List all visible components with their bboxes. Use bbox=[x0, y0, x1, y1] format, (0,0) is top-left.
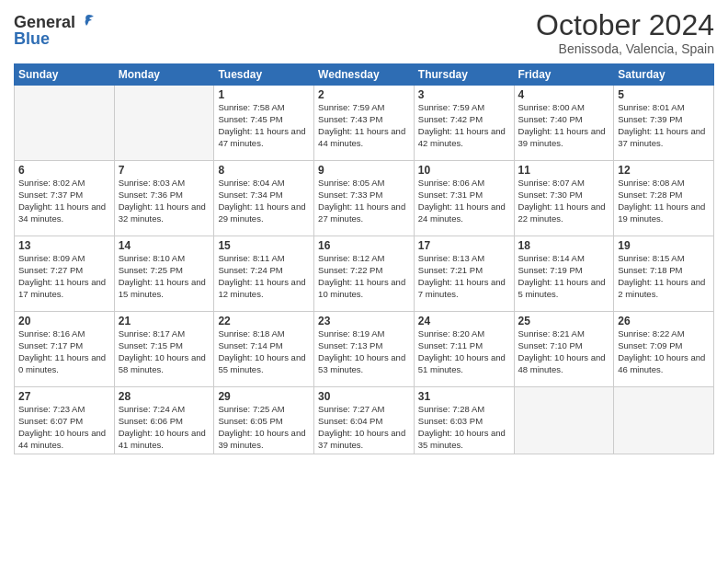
day-number: 20 bbox=[18, 315, 110, 327]
calendar-header-row: SundayMondayTuesdayWednesdayThursdayFrid… bbox=[15, 64, 714, 86]
day-number: 7 bbox=[119, 164, 210, 177]
day-number: 26 bbox=[618, 315, 710, 327]
calendar-week-row: 1Sunrise: 7:58 AM Sunset: 7:45 PM Daylig… bbox=[15, 86, 714, 161]
day-info: Sunrise: 8:12 AM Sunset: 7:22 PM Dayligh… bbox=[318, 253, 410, 300]
calendar-day-cell: 19Sunrise: 8:15 AM Sunset: 7:18 PM Dayli… bbox=[614, 236, 714, 312]
day-number: 31 bbox=[418, 390, 510, 403]
calendar-day-cell: 10Sunrise: 8:06 AM Sunset: 7:31 PM Dayli… bbox=[414, 161, 514, 236]
day-info: Sunrise: 8:04 AM Sunset: 7:34 PM Dayligh… bbox=[218, 178, 310, 224]
calendar-day-cell: 9Sunrise: 8:05 AM Sunset: 7:33 PM Daylig… bbox=[314, 161, 415, 236]
day-info: Sunrise: 8:11 AM Sunset: 7:24 PM Dayligh… bbox=[218, 253, 310, 300]
day-of-week-header: Wednesday bbox=[314, 64, 415, 86]
calendar-day-cell: 16Sunrise: 8:12 AM Sunset: 7:22 PM Dayli… bbox=[314, 236, 415, 312]
day-info: Sunrise: 8:01 AM Sunset: 7:39 PM Dayligh… bbox=[618, 102, 710, 149]
day-of-week-header: Monday bbox=[114, 64, 214, 86]
day-info: Sunrise: 7:25 AM Sunset: 6:05 PM Dayligh… bbox=[218, 404, 310, 451]
calendar-week-row: 27Sunrise: 7:23 AM Sunset: 6:07 PM Dayli… bbox=[15, 387, 714, 454]
day-info: Sunrise: 8:16 AM Sunset: 7:17 PM Dayligh… bbox=[18, 328, 110, 375]
calendar-day-cell: 1Sunrise: 7:58 AM Sunset: 7:45 PM Daylig… bbox=[214, 86, 314, 161]
day-number: 24 bbox=[418, 315, 510, 327]
calendar-day-cell: 26Sunrise: 8:22 AM Sunset: 7:09 PM Dayli… bbox=[614, 312, 714, 387]
calendar-day-cell bbox=[514, 387, 614, 454]
day-number: 10 bbox=[418, 164, 510, 177]
day-info: Sunrise: 7:59 AM Sunset: 7:42 PM Dayligh… bbox=[418, 102, 510, 149]
calendar-day-cell: 13Sunrise: 8:09 AM Sunset: 7:27 PM Dayli… bbox=[15, 236, 115, 312]
calendar-day-cell: 22Sunrise: 8:18 AM Sunset: 7:14 PM Dayli… bbox=[214, 312, 314, 387]
calendar-day-cell: 3Sunrise: 7:59 AM Sunset: 7:42 PM Daylig… bbox=[414, 86, 514, 161]
day-info: Sunrise: 8:17 AM Sunset: 7:15 PM Dayligh… bbox=[119, 328, 210, 375]
calendar-week-row: 20Sunrise: 8:16 AM Sunset: 7:17 PM Dayli… bbox=[15, 312, 714, 387]
day-number: 29 bbox=[218, 390, 310, 403]
day-info: Sunrise: 7:28 AM Sunset: 6:03 PM Dayligh… bbox=[418, 404, 510, 451]
calendar-day-cell: 6Sunrise: 8:02 AM Sunset: 7:37 PM Daylig… bbox=[15, 161, 115, 236]
day-number: 25 bbox=[518, 315, 610, 327]
day-info: Sunrise: 8:03 AM Sunset: 7:36 PM Dayligh… bbox=[119, 178, 210, 224]
calendar-day-cell: 11Sunrise: 8:07 AM Sunset: 7:30 PM Dayli… bbox=[514, 161, 614, 236]
day-number: 3 bbox=[418, 88, 510, 101]
calendar-day-cell: 8Sunrise: 8:04 AM Sunset: 7:34 PM Daylig… bbox=[214, 161, 314, 236]
calendar-day-cell bbox=[15, 86, 115, 161]
day-number: 30 bbox=[318, 390, 410, 403]
day-of-week-header: Thursday bbox=[414, 64, 514, 86]
calendar-subtitle: Benissoda, Valencia, Spain bbox=[536, 41, 714, 56]
calendar-day-cell: 31Sunrise: 7:28 AM Sunset: 6:03 PM Dayli… bbox=[414, 387, 514, 454]
day-number: 28 bbox=[119, 390, 210, 403]
day-info: Sunrise: 8:05 AM Sunset: 7:33 PM Dayligh… bbox=[318, 178, 410, 224]
day-info: Sunrise: 8:08 AM Sunset: 7:28 PM Dayligh… bbox=[618, 178, 710, 224]
calendar-day-cell: 29Sunrise: 7:25 AM Sunset: 6:05 PM Dayli… bbox=[214, 387, 314, 454]
day-info: Sunrise: 8:00 AM Sunset: 7:40 PM Dayligh… bbox=[518, 102, 610, 149]
calendar-day-cell: 30Sunrise: 7:27 AM Sunset: 6:04 PM Dayli… bbox=[314, 387, 415, 454]
calendar-day-cell: 25Sunrise: 8:21 AM Sunset: 7:10 PM Dayli… bbox=[514, 312, 614, 387]
logo-bird-icon bbox=[77, 13, 96, 31]
calendar-day-cell bbox=[614, 387, 714, 454]
calendar-day-cell: 17Sunrise: 8:13 AM Sunset: 7:21 PM Dayli… bbox=[414, 236, 514, 312]
day-info: Sunrise: 8:09 AM Sunset: 7:27 PM Dayligh… bbox=[18, 253, 110, 300]
calendar-day-cell: 7Sunrise: 8:03 AM Sunset: 7:36 PM Daylig… bbox=[114, 161, 214, 236]
day-info: Sunrise: 7:23 AM Sunset: 6:07 PM Dayligh… bbox=[18, 404, 110, 451]
day-of-week-header: Saturday bbox=[614, 64, 714, 86]
day-number: 17 bbox=[418, 239, 510, 252]
day-number: 13 bbox=[18, 239, 110, 252]
calendar-day-cell: 20Sunrise: 8:16 AM Sunset: 7:17 PM Dayli… bbox=[15, 312, 115, 387]
day-number: 11 bbox=[518, 164, 610, 177]
calendar-day-cell: 28Sunrise: 7:24 AM Sunset: 6:06 PM Dayli… bbox=[114, 387, 214, 454]
calendar-day-cell: 23Sunrise: 8:19 AM Sunset: 7:13 PM Dayli… bbox=[314, 312, 415, 387]
day-info: Sunrise: 7:59 AM Sunset: 7:43 PM Dayligh… bbox=[318, 102, 410, 149]
logo: General Blue bbox=[14, 13, 96, 49]
calendar-day-cell: 18Sunrise: 8:14 AM Sunset: 7:19 PM Dayli… bbox=[514, 236, 614, 312]
day-info: Sunrise: 8:06 AM Sunset: 7:31 PM Dayligh… bbox=[418, 178, 510, 224]
calendar-week-row: 6Sunrise: 8:02 AM Sunset: 7:37 PM Daylig… bbox=[15, 161, 714, 236]
day-info: Sunrise: 8:14 AM Sunset: 7:19 PM Dayligh… bbox=[518, 253, 610, 300]
calendar-day-cell: 12Sunrise: 8:08 AM Sunset: 7:28 PM Dayli… bbox=[614, 161, 714, 236]
day-info: Sunrise: 7:58 AM Sunset: 7:45 PM Dayligh… bbox=[218, 102, 310, 149]
day-number: 6 bbox=[18, 164, 110, 177]
day-of-week-header: Sunday bbox=[15, 64, 115, 86]
day-number: 9 bbox=[318, 164, 410, 177]
page: General Blue October 2024 Benissoda, Val… bbox=[0, 0, 728, 563]
day-number: 1 bbox=[218, 88, 310, 101]
day-number: 19 bbox=[618, 239, 710, 252]
day-info: Sunrise: 7:24 AM Sunset: 6:06 PM Dayligh… bbox=[119, 404, 210, 451]
day-number: 21 bbox=[119, 315, 210, 327]
day-number: 8 bbox=[218, 164, 310, 177]
calendar-day-cell: 5Sunrise: 8:01 AM Sunset: 7:39 PM Daylig… bbox=[614, 86, 714, 161]
day-number: 2 bbox=[318, 88, 410, 101]
day-number: 4 bbox=[518, 88, 610, 101]
day-info: Sunrise: 7:27 AM Sunset: 6:04 PM Dayligh… bbox=[318, 404, 410, 451]
day-info: Sunrise: 8:19 AM Sunset: 7:13 PM Dayligh… bbox=[318, 328, 410, 375]
day-info: Sunrise: 8:18 AM Sunset: 7:14 PM Dayligh… bbox=[218, 328, 310, 375]
calendar-day-cell: 15Sunrise: 8:11 AM Sunset: 7:24 PM Dayli… bbox=[214, 236, 314, 312]
day-info: Sunrise: 8:21 AM Sunset: 7:10 PM Dayligh… bbox=[518, 328, 610, 375]
calendar-day-cell: 2Sunrise: 7:59 AM Sunset: 7:43 PM Daylig… bbox=[314, 86, 415, 161]
day-info: Sunrise: 8:07 AM Sunset: 7:30 PM Dayligh… bbox=[518, 178, 610, 224]
day-number: 15 bbox=[218, 239, 310, 252]
day-number: 14 bbox=[119, 239, 210, 252]
title-block: October 2024 Benissoda, Valencia, Spain bbox=[536, 9, 714, 56]
calendar-day-cell: 24Sunrise: 8:20 AM Sunset: 7:11 PM Dayli… bbox=[414, 312, 514, 387]
day-of-week-header: Tuesday bbox=[214, 64, 314, 86]
day-info: Sunrise: 8:22 AM Sunset: 7:09 PM Dayligh… bbox=[618, 328, 710, 375]
calendar-day-cell: 27Sunrise: 7:23 AM Sunset: 6:07 PM Dayli… bbox=[15, 387, 115, 454]
calendar-week-row: 13Sunrise: 8:09 AM Sunset: 7:27 PM Dayli… bbox=[15, 236, 714, 312]
day-number: 16 bbox=[318, 239, 410, 252]
day-number: 22 bbox=[218, 315, 310, 327]
